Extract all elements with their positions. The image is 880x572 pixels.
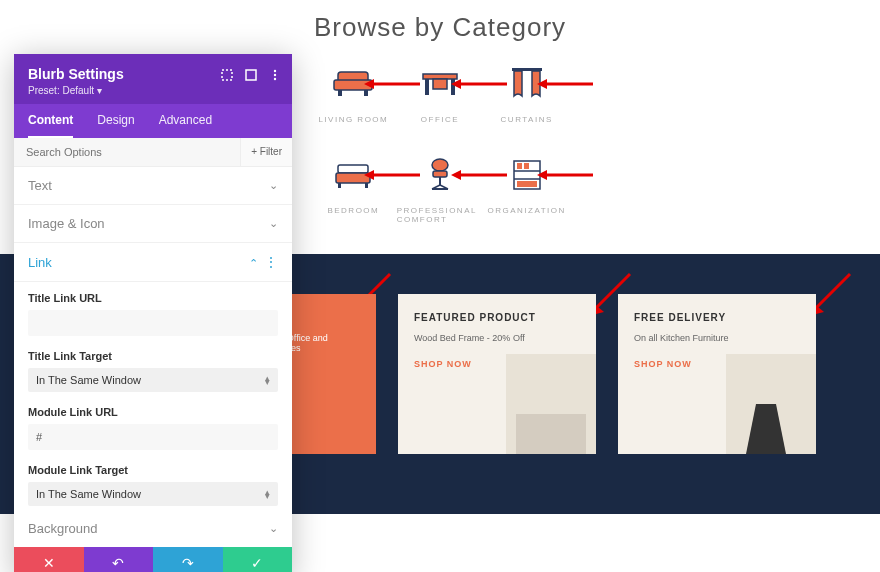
svg-rect-7 (425, 79, 429, 95)
svg-rect-34 (517, 181, 537, 187)
svg-marker-14 (537, 79, 547, 89)
section-background[interactable]: Background ⌄ (14, 510, 292, 547)
category-curtains[interactable]: CURTAINS (483, 63, 570, 124)
blurb-settings-panel: Blurb Settings Preset: Default ▾ Content… (14, 54, 292, 572)
module-link-url-input[interactable] (28, 424, 278, 450)
updown-icon: ▴▾ (265, 490, 270, 499)
svg-rect-18 (365, 183, 368, 188)
save-button[interactable]: ✓ (223, 547, 293, 572)
card-subtitle: Wood Bed Frame - 20% Off (414, 333, 580, 343)
panel-footer: ✕ ↶ ↷ ✓ (14, 547, 292, 572)
updown-icon: ▴▾ (265, 376, 270, 385)
promo-card-featured[interactable]: FEATURED PRODUCT Wood Bed Frame - 20% Of… (398, 294, 596, 454)
panel-tabs: Content Design Advanced (14, 104, 292, 138)
category-label: OFFICE (421, 115, 459, 124)
search-row: + Filter (14, 138, 292, 167)
category-bedroom[interactable]: BEDROOM (310, 154, 397, 224)
card-title: FREE DELIVERY (634, 312, 800, 323)
category-label: ORGANIZATION (488, 206, 566, 215)
field-label: Module Link URL (28, 406, 278, 418)
category-label: LIVING ROOM (318, 115, 388, 124)
svg-point-49 (274, 74, 276, 76)
chevron-down-icon: ⌄ (269, 522, 278, 535)
svg-rect-22 (433, 171, 447, 177)
module-link-target-select[interactable]: In The Same Window ▴▾ (28, 482, 278, 506)
svg-rect-46 (222, 70, 232, 80)
category-office[interactable]: OFFICE (397, 63, 484, 124)
card-title: FEATURED PRODUCT (414, 312, 580, 323)
svg-marker-20 (364, 170, 374, 180)
svg-rect-44 (516, 414, 586, 454)
field-module-link-target: Module Link Target In The Same Window ▴▾ (14, 454, 292, 510)
svg-point-48 (274, 70, 276, 72)
section-link[interactable]: Link ⌃⋮ (14, 243, 292, 282)
select-value: In The Same Window (36, 374, 141, 386)
field-label: Title Link Target (28, 350, 278, 362)
title-link-target-select[interactable]: In The Same Window ▴▾ (28, 368, 278, 392)
category-organization[interactable]: ORGANIZATION (483, 154, 570, 224)
tab-design[interactable]: Design (97, 104, 134, 138)
category-living-room[interactable]: LIVING ROOM (310, 63, 397, 124)
card-subtitle: On all Kitchen Furniture (634, 333, 800, 343)
chevron-down-icon: ⌄ (269, 179, 278, 192)
field-title-link-url: Title Link URL (14, 282, 292, 340)
svg-point-50 (274, 78, 276, 80)
chevron-down-icon: ⌄ (269, 217, 278, 230)
kebab-icon[interactable]: ⋮ (264, 254, 278, 270)
svg-line-41 (814, 274, 850, 310)
field-label: Module Link Target (28, 464, 278, 476)
svg-marker-11 (451, 79, 461, 89)
search-input[interactable] (14, 138, 240, 166)
arrow-icon (537, 168, 597, 182)
section-label: Link (28, 255, 52, 270)
card-image (506, 354, 596, 454)
field-title-link-target: Title Link Target In The Same Window ▴▾ (14, 340, 292, 396)
svg-rect-17 (338, 183, 341, 188)
svg-point-21 (432, 159, 448, 171)
svg-rect-2 (338, 90, 342, 96)
card-image (726, 354, 816, 454)
panel-preset[interactable]: Preset: Default ▾ (28, 85, 278, 96)
title-link-url-input[interactable] (28, 310, 278, 336)
cancel-button[interactable]: ✕ (14, 547, 84, 572)
panel-header[interactable]: Blurb Settings Preset: Default ▾ (14, 54, 292, 104)
filter-button[interactable]: + Filter (240, 138, 292, 166)
help-icon[interactable] (244, 68, 258, 82)
expand-icon[interactable] (220, 68, 234, 82)
section-label: Background (28, 521, 97, 536)
section-text[interactable]: Text ⌄ (14, 167, 292, 205)
arrow-icon (537, 77, 597, 91)
svg-rect-32 (517, 163, 522, 169)
svg-marker-28 (451, 170, 461, 180)
section-label: Image & Icon (28, 216, 105, 231)
svg-marker-36 (537, 170, 547, 180)
chevron-up-icon: ⌃ (249, 257, 258, 269)
field-label: Title Link URL (28, 292, 278, 304)
category-label: CURTAINS (501, 115, 553, 124)
category-label: BEDROOM (327, 206, 379, 215)
promo-card-delivery[interactable]: FREE DELIVERY On all Kitchen Furniture S… (618, 294, 816, 454)
svg-rect-33 (524, 163, 529, 169)
svg-rect-9 (433, 79, 447, 89)
tab-advanced[interactable]: Advanced (159, 104, 212, 138)
category-professional-comfort[interactable]: PROFESSIONAL COMFORT (397, 154, 484, 224)
svg-rect-47 (246, 70, 256, 80)
tab-content[interactable]: Content (28, 104, 73, 138)
field-module-link-url: Module Link URL (14, 396, 292, 454)
select-value: In The Same Window (36, 488, 141, 500)
category-row: BEDROOM PROFESSIONAL COMFORT ORGANIZATIO… (310, 154, 570, 224)
redo-button[interactable]: ↷ (153, 547, 223, 572)
category-row: LIVING ROOM OFFICE CURTAINS (310, 63, 570, 124)
menu-icon[interactable] (268, 68, 282, 82)
svg-marker-5 (364, 79, 374, 89)
section-image-icon[interactable]: Image & Icon ⌄ (14, 205, 292, 243)
section-label: Text (28, 178, 52, 193)
undo-button[interactable]: ↶ (84, 547, 154, 572)
category-label: PROFESSIONAL COMFORT (397, 206, 484, 224)
